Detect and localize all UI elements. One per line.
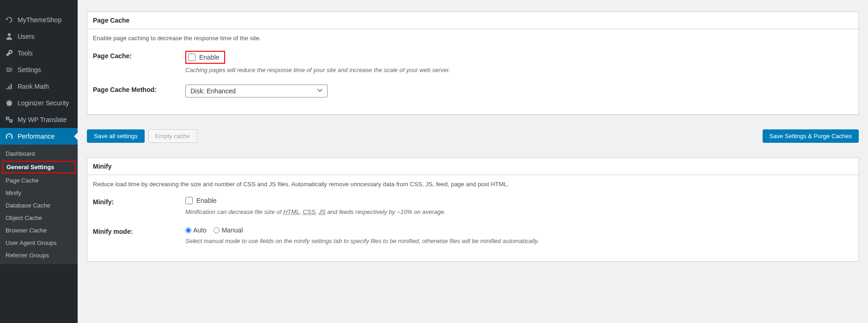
sliders-icon (5, 65, 14, 74)
enable-label: Enable (199, 54, 220, 61)
user-icon (5, 32, 14, 41)
section-title: Minify (87, 158, 858, 175)
save-all-settings-button[interactable]: Save all settings (87, 129, 145, 143)
minify-mode-desc: Select manual mode to use fields on the … (185, 238, 853, 244)
save-purge-button[interactable]: Save Settings & Purge Caches (763, 129, 859, 143)
translate-icon (5, 115, 14, 124)
minify-mode-manual-wrap[interactable]: Manual (214, 226, 243, 234)
button-row: Save all settings Empty cache Save Setti… (87, 124, 868, 148)
radio-label: Auto (193, 226, 207, 234)
wrench-icon (5, 49, 14, 58)
submenu-item-database-cache[interactable]: Database Cache (0, 199, 78, 212)
minify-enable-checkbox[interactable] (185, 197, 193, 204)
section-description: Reduce load time by decreasing the size … (93, 181, 853, 188)
page-cache-enable-wrap[interactable]: Enable (185, 51, 225, 64)
page-cache-enable-desc: Caching pages will reduce the response t… (185, 67, 853, 73)
submenu-item-dashboard[interactable]: Dashboard (0, 147, 78, 160)
section-title: Page Cache (87, 12, 858, 29)
page-cache-enable-checkbox[interactable] (188, 54, 196, 61)
minify-label: Minify: (93, 197, 185, 215)
minify-enable-wrap[interactable]: Enable (185, 197, 217, 204)
chart-icon (5, 82, 14, 91)
sidebar-label: Rank Math (18, 83, 49, 90)
sidebar-item-users[interactable]: Users (0, 28, 78, 45)
submenu-item-user-agent-groups[interactable]: User Agent Groups (0, 237, 78, 249)
submenu-item-browser-cache[interactable]: Browser Cache (0, 224, 78, 237)
sidebar-label: Users (18, 33, 35, 40)
submenu-item-referrer-groups[interactable]: Referrer Groups (0, 249, 78, 262)
refresh-icon (5, 15, 14, 24)
gear-icon (5, 98, 14, 108)
page-cache-method-select[interactable]: Disk: Enhanced (185, 85, 328, 98)
sidebar-item-wptranslate[interactable]: My WP Translate (0, 111, 78, 128)
submenu-item-page-cache[interactable]: Page Cache (0, 174, 78, 187)
sidebar-item-settings[interactable]: Settings (0, 61, 78, 78)
performance-submenu: Dashboard General Settings Page Cache Mi… (0, 145, 78, 264)
sidebar-item-performance[interactable]: Performance (0, 128, 78, 145)
minify-mode-manual-radio[interactable] (214, 227, 220, 233)
sidebar-label: Tools (18, 49, 33, 57)
sidebar-label: MyThemeShop (18, 16, 61, 24)
sidebar-label: Settings (18, 66, 41, 73)
admin-sidebar: MyThemeShop Users Tools Settings Rank Ma… (0, 0, 78, 323)
page-cache-label: Page Cache: (93, 51, 185, 73)
sidebar-label: Performance (18, 133, 55, 140)
sidebar-item-loginizer[interactable]: Loginizer Security (0, 95, 78, 111)
gauge-icon (5, 132, 14, 141)
empty-cache-button[interactable]: Empty cache (148, 129, 197, 143)
main-content: Page Cache Enable page caching to decrea… (78, 0, 868, 323)
enable-label: Enable (196, 197, 217, 204)
section-description: Enable page caching to decrease the resp… (93, 35, 853, 42)
sidebar-label: Loginizer Security (18, 99, 69, 107)
sidebar-label: My WP Translate (18, 116, 67, 123)
minify-enable-desc: Minification can decrease file size of H… (185, 208, 853, 215)
submenu-item-minify[interactable]: Minify (0, 187, 78, 199)
minify-mode-label: Minify mode: (93, 226, 185, 244)
minify-section: Minify Reduce load time by decreasing th… (87, 158, 859, 262)
sidebar-item-tools[interactable]: Tools (0, 45, 78, 61)
sidebar-item-mythemeshop[interactable]: MyThemeShop (0, 12, 78, 28)
page-cache-section: Page Cache Enable page caching to decrea… (87, 12, 859, 115)
radio-label: Manual (221, 226, 243, 234)
page-cache-method-label: Page Cache Method: (93, 85, 185, 98)
minify-mode-auto-wrap[interactable]: Auto (185, 226, 207, 234)
minify-mode-auto-radio[interactable] (185, 227, 191, 233)
submenu-item-general-settings[interactable]: General Settings (2, 161, 76, 173)
submenu-item-object-cache[interactable]: Object Cache (0, 212, 78, 224)
sidebar-item-rankmath[interactable]: Rank Math (0, 78, 78, 95)
